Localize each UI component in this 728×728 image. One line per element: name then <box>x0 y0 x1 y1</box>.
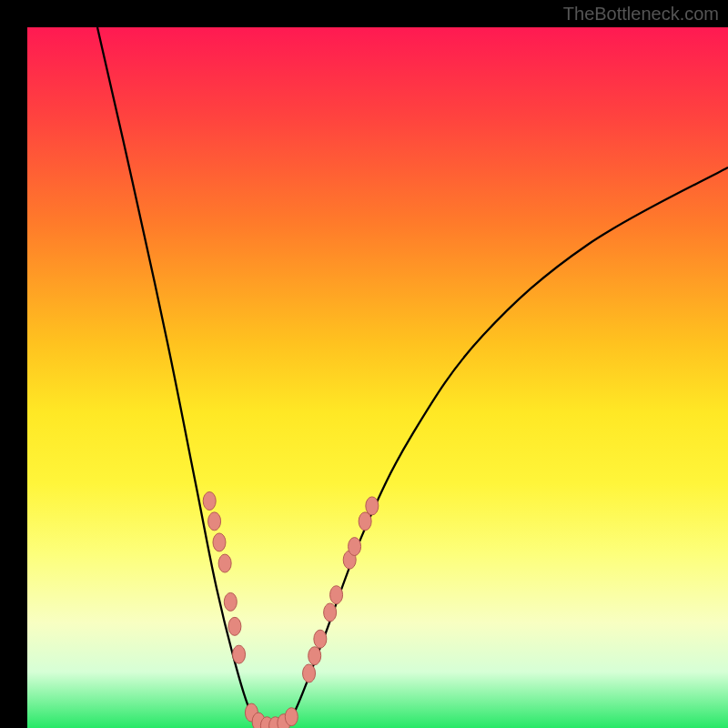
data-marker <box>349 538 361 556</box>
data-marker <box>228 617 241 635</box>
data-marker <box>203 492 216 511</box>
chart-area <box>27 27 728 728</box>
data-marker <box>218 554 231 572</box>
watermark-text: TheBottleneck.com <box>563 4 719 25</box>
data-marker <box>208 512 221 531</box>
data-marker <box>314 630 327 648</box>
marker-group <box>203 492 379 728</box>
data-marker <box>330 586 343 604</box>
data-marker <box>308 647 321 665</box>
data-marker <box>366 497 379 515</box>
chart-svg <box>27 27 728 728</box>
data-marker <box>233 645 246 663</box>
data-marker <box>303 664 316 682</box>
data-marker <box>324 603 337 622</box>
curve-line <box>97 27 728 728</box>
data-marker <box>285 708 298 726</box>
data-marker <box>224 592 237 611</box>
data-marker <box>213 533 226 551</box>
data-marker <box>359 512 371 531</box>
